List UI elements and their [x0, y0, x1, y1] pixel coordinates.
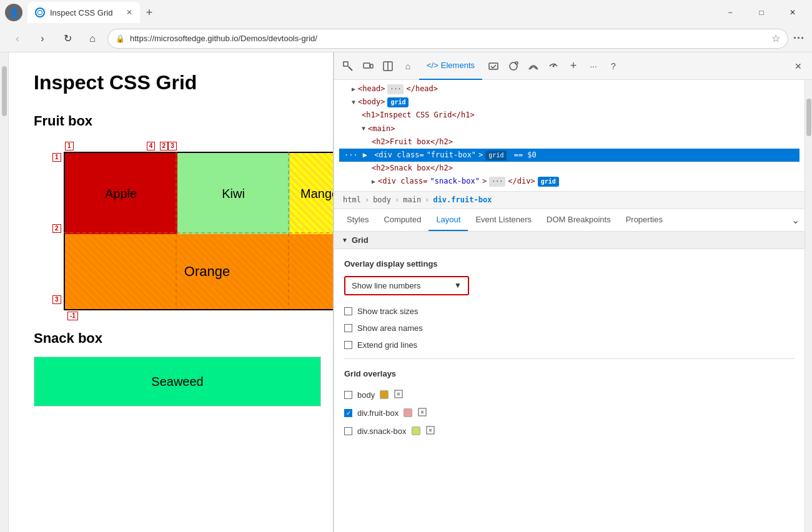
line-label-left-3: 3	[52, 295, 61, 304]
web-content: Inspect CSS Grid Fruit box 1 2 3 4 1 2 3	[9, 52, 334, 532]
snack-color-swatch	[412, 426, 420, 435]
expand-snack-icon: ▶	[372, 177, 375, 187]
profile-icon[interactable]: 👤	[5, 4, 22, 21]
web-scrollbar-thumb	[2, 66, 7, 116]
overlay-settings-title: Overlay display settings	[344, 259, 795, 268]
tab-event-listeners[interactable]: Event Listeners	[468, 209, 539, 231]
help-icon[interactable]: ?	[605, 57, 622, 75]
svg-rect-9	[489, 63, 498, 69]
tab-title: Inspect CSS Grid	[50, 8, 112, 17]
main-area: Inspect CSS Grid Fruit box 1 2 3 4 1 2 3	[0, 52, 812, 532]
tab-elements[interactable]: </> Elements	[419, 52, 482, 80]
overlay-body-row[interactable]: body	[344, 386, 795, 404]
tree-div-fruit[interactable]: ··· ▶ <div class= "fruit-box" > grid == …	[339, 149, 800, 162]
line-label-top-1: 1	[65, 142, 74, 150]
expand-main-icon: ▼	[362, 124, 365, 134]
tab-properties[interactable]: Properties	[618, 209, 670, 231]
show-track-sizes-row[interactable]: Show track sizes	[344, 303, 795, 320]
network-icon[interactable]	[525, 57, 542, 75]
address-box[interactable]: 🔒 https://microsoftedge.github.io/Demos/…	[107, 29, 788, 49]
extend-grid-lines-row[interactable]: Extend grid lines	[344, 337, 795, 353]
sources-icon[interactable]	[505, 57, 522, 75]
window-controls: − □ ✕	[716, 2, 807, 22]
bookmark-icon[interactable]: ☆	[771, 32, 780, 44]
section-collapse-icon: ▼	[342, 237, 348, 244]
tree-h2-fruit[interactable]: <h2>Fruit box</h2>	[339, 135, 800, 149]
svg-point-10	[510, 62, 517, 70]
breadcrumb: html › body › main › div.fruit-box	[334, 192, 805, 209]
tree-head[interactable]: ▶ <head> ··· </head>	[339, 82, 800, 96]
address-bar: ‹ › ↻ ⌂ 🔒 https://microsoftedge.github.i…	[0, 25, 812, 52]
breadcrumb-html[interactable]: html	[339, 194, 365, 205]
overlay-body-checkbox[interactable]	[344, 391, 352, 399]
minimize-button[interactable]: −	[716, 2, 745, 22]
body-color-swatch	[380, 390, 389, 399]
svg-rect-5	[364, 63, 370, 68]
tab-dom-breakpoints[interactable]: DOM Breakpoints	[539, 209, 618, 231]
tree-body[interactable]: ▼ <body> grid	[339, 96, 800, 109]
tab-layout[interactable]: Layout	[428, 209, 468, 231]
show-track-sizes-checkbox[interactable]	[344, 307, 352, 315]
breadcrumb-body[interactable]: body	[369, 194, 395, 205]
more-tools-icon[interactable]: ···	[585, 57, 602, 75]
breadcrumb-active[interactable]: div.fruit-box	[429, 194, 495, 205]
console-icon[interactable]	[485, 57, 502, 75]
ellipsis-head[interactable]: ···	[387, 84, 404, 94]
body-overlay-icon[interactable]	[394, 389, 404, 401]
tab-close-button[interactable]: ✕	[126, 8, 132, 17]
expand-icon: ▶	[352, 84, 355, 94]
new-tab-button[interactable]: +	[140, 3, 159, 22]
top-line-numbers: 1 2 3 4	[65, 142, 308, 150]
show-area-names-row[interactable]: Show area names	[344, 320, 795, 337]
devtools-close-icon[interactable]: ✕	[790, 57, 807, 75]
overlay-snack-row[interactable]: div.snack-box	[344, 422, 795, 440]
reload-button[interactable]: ↻	[57, 29, 77, 49]
devtools-panel-inner: ▶ <head> ··· </head> ▼ <body> grid <h1>I…	[334, 80, 812, 532]
browser-tab[interactable]: Inspect CSS Grid ✕	[27, 2, 140, 23]
tab-computed[interactable]: Computed	[376, 209, 428, 231]
close-button[interactable]: ✕	[778, 2, 807, 22]
mango-cell: Mango	[290, 153, 334, 234]
devtools-toolbar: ⌂ </> Elements + ··· ? ✕	[334, 52, 812, 80]
split-view-icon[interactable]	[379, 57, 397, 75]
snack-grid-badge: grid	[538, 177, 559, 187]
extend-grid-lines-checkbox[interactable]	[344, 341, 352, 349]
devtools-scrollbar-thumb	[806, 99, 811, 136]
fruit-box-heading: Fruit box	[34, 113, 308, 129]
more-button[interactable]: ···	[793, 32, 805, 45]
home-button[interactable]: ⌂	[82, 29, 102, 49]
grid-section-header[interactable]: ▼ Grid	[334, 232, 805, 249]
overlay-fruit-row[interactable]: ✓ div.fruit-box	[344, 404, 795, 422]
forward-button[interactable]: ›	[32, 29, 52, 49]
tree-div-snack[interactable]: ▶ <div class= "snack-box" > ··· </div> g…	[339, 175, 800, 188]
overlay-settings-section: Overlay display settings Show line numbe…	[334, 249, 805, 450]
ellipsis-snack[interactable]: ···	[489, 177, 505, 187]
tree-main[interactable]: ▼ <main>	[339, 122, 800, 135]
home-devtools-icon[interactable]: ⌂	[399, 57, 417, 75]
device-toolbar-icon[interactable]	[359, 57, 377, 75]
web-scrollbar[interactable]	[0, 52, 9, 532]
back-button[interactable]: ‹	[7, 29, 27, 49]
inspect-element-icon[interactable]	[339, 57, 357, 75]
line-label-top-4: 4	[147, 142, 156, 150]
line-label-top-3: 3	[168, 142, 177, 150]
add-tool-icon[interactable]: +	[565, 57, 582, 75]
snack-overlay-icon[interactable]	[425, 425, 435, 437]
divider	[344, 358, 795, 359]
maximize-button[interactable]: □	[747, 2, 776, 22]
tree-h1[interactable]: <h1>Inspect CSS Grid</h1>	[339, 109, 800, 122]
devtools-scrollbar[interactable]	[805, 80, 812, 532]
fruit-overlay-icon[interactable]	[417, 407, 427, 419]
overlay-snack-checkbox[interactable]	[344, 427, 352, 435]
performance-icon[interactable]	[545, 57, 562, 75]
breadcrumb-main[interactable]: main	[399, 194, 425, 205]
overlay-fruit-checkbox[interactable]: ✓	[344, 409, 352, 417]
props-more-button[interactable]: ⌄	[791, 214, 800, 226]
html-tree: ▶ <head> ··· </head> ▼ <body> grid <h1>I…	[334, 80, 805, 192]
grid-overlays-title: Grid overlays	[344, 369, 795, 378]
tab-styles[interactable]: Styles	[339, 209, 376, 231]
svg-rect-4	[344, 62, 348, 66]
line-numbers-dropdown[interactable]: Show line numbers ▼	[344, 276, 469, 295]
tree-h2-snack[interactable]: <h2>Snack box</h2>	[339, 162, 800, 175]
show-area-names-checkbox[interactable]	[344, 324, 352, 332]
